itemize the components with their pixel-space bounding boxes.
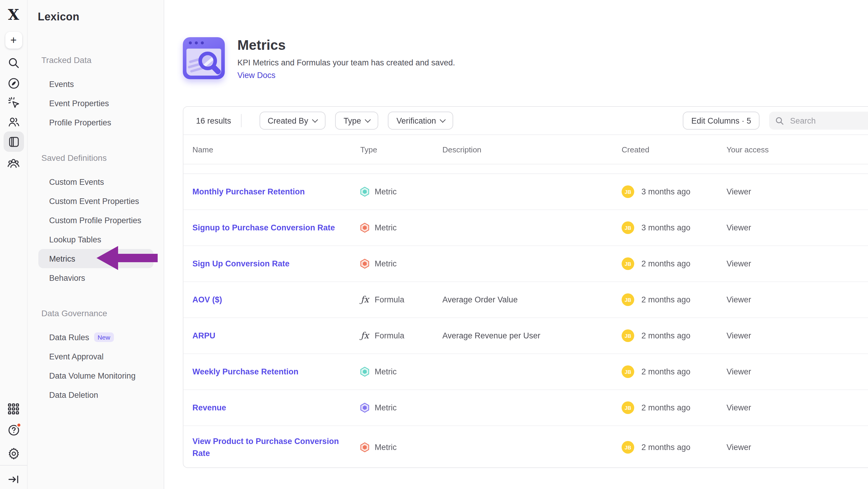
create-plus-button[interactable]: + [5, 32, 22, 49]
access-cell: Viewer [726, 295, 868, 304]
filter-dropdown-button[interactable]: Created By [259, 112, 326, 130]
help-icon[interactable] [3, 420, 24, 440]
chevron-down-icon [365, 116, 371, 122]
sidebar-nav-item[interactable]: Data Rules New [38, 327, 153, 347]
section-title: Tracked Data [41, 50, 164, 69]
type-label: Metric [375, 367, 397, 376]
nav-item-label: Events [49, 80, 74, 88]
page-header: Metrics KPI Metrics and Formulas your te… [183, 37, 455, 81]
sidebar-nav-item[interactable]: Profile Properties [38, 113, 153, 132]
section-title: Data Governance [41, 304, 164, 323]
sidebar-nav-item[interactable]: Custom Event Properties [38, 192, 153, 210]
created-cell: JB 2 months ago [622, 257, 726, 270]
access-cell: Viewer [726, 443, 868, 452]
filter-dropdown-button[interactable]: Type [335, 112, 378, 130]
settings-gear-icon[interactable] [3, 443, 24, 463]
table-row: AOV ($) ƒx Formula Average Order Value J… [183, 282, 868, 318]
table-body: Monthly Purchaser Retention ƒx Metric JB… [183, 174, 868, 468]
cohorts-icon[interactable] [3, 153, 24, 173]
mixpanel-logo-icon[interactable]: X [3, 5, 24, 25]
metric-name-link[interactable]: Monthly Purchaser Retention [192, 187, 305, 196]
metric-name-link[interactable]: Sign Up Conversion Rate [192, 259, 289, 268]
metric-name-link[interactable]: Signup to Purchase Conversion Rate [192, 223, 335, 232]
nav-item-label: Behaviors [49, 273, 85, 282]
description-cell: Average Order Value [442, 295, 622, 304]
created-cell: JB 3 months ago [622, 185, 726, 198]
table-row: Signup to Purchase Conversion Rate ƒx Me… [183, 210, 868, 246]
collapse-icon[interactable] [3, 469, 24, 489]
sidebar-nav-item[interactable]: Lookup Tables [38, 230, 153, 249]
created-cell: JB 2 months ago [622, 293, 726, 306]
sidebar-nav-item[interactable]: Data Deletion [38, 385, 153, 404]
sidebar-section-data-governance: Data Governance Data Rules New Event App… [28, 304, 164, 404]
filter-dropdown-button[interactable]: Verification [388, 112, 454, 130]
toolbar-divider [241, 114, 241, 127]
new-badge: New [94, 332, 114, 342]
search-icon[interactable] [3, 53, 24, 73]
nav-item-label: Lookup Tables [49, 235, 101, 244]
created-cell: JB 2 months ago [622, 329, 726, 342]
plus-icon: + [10, 34, 17, 47]
filter-label: Created By [268, 116, 308, 125]
access-cell: Viewer [726, 259, 868, 268]
sidebar-nav-item[interactable]: Custom Profile Properties [38, 210, 153, 230]
chevron-down-icon [312, 116, 318, 122]
sidebar-nav-item[interactable]: Custom Events [38, 172, 153, 192]
metric-name-link[interactable]: ARPU [192, 331, 216, 340]
type-cell: ƒx Metric [360, 367, 442, 377]
metric-name-link[interactable]: Weekly Purchase Retention [192, 367, 299, 376]
nav-item-label: Event Properties [49, 99, 109, 108]
created-time: 2 months ago [642, 295, 690, 304]
creator-avatar: JB [622, 401, 634, 414]
search-input[interactable] [789, 115, 868, 126]
metric-type-icon [360, 186, 369, 197]
lexicon-book-icon[interactable] [3, 132, 24, 152]
nav-item-label: Custom Events [49, 177, 104, 186]
metric-name-link[interactable]: View Product to Purchase Conversion Rate [192, 436, 339, 458]
sidebar-nav-item[interactable]: Event Approval [38, 347, 153, 366]
metric-type-icon [360, 223, 369, 233]
nav-item-label: Data Rules [49, 333, 89, 342]
created-time: 3 months ago [642, 223, 690, 232]
sidebar-nav-item[interactable]: Events [38, 75, 153, 94]
metric-type-icon [360, 403, 369, 413]
filter-label: Verification [397, 116, 436, 125]
users-icon[interactable] [3, 112, 24, 132]
edit-columns-button[interactable]: Edit Columns · 5 [683, 112, 760, 130]
icon-rail: X + [0, 0, 28, 489]
table-row: View Product to Purchase Conversion Rate… [183, 426, 868, 468]
formula-icon: ƒx [360, 332, 369, 340]
access-cell: Viewer [726, 331, 868, 340]
sidebar-nav-item[interactable]: Event Properties [38, 94, 153, 113]
discover-compass-icon[interactable] [3, 73, 24, 94]
metric-type-icon [360, 367, 369, 377]
type-cell: ƒx Metric [360, 403, 442, 413]
nav-item-label: Custom Event Properties [49, 197, 139, 205]
metrics-page-icon [183, 37, 225, 79]
creator-avatar: JB [622, 365, 634, 378]
sidebar-nav-item[interactable]: Metrics [38, 249, 153, 268]
column-header: Description [442, 145, 622, 154]
events-click-icon[interactable] [3, 92, 24, 113]
apps-grid-icon[interactable] [3, 398, 24, 419]
access-cell: Viewer [726, 187, 868, 196]
sidebar-nav-item[interactable]: Behaviors [38, 268, 153, 287]
access-cell: Viewer [726, 367, 868, 376]
table-row: ARPU ƒx Formula Average Revenue per User… [183, 318, 868, 354]
search-box[interactable] [769, 112, 868, 130]
page-subtitle: KPI Metrics and Formulas your team has c… [237, 58, 455, 68]
type-label: Metric [375, 223, 397, 232]
created-time: 2 months ago [642, 367, 690, 376]
type-label: Metric [375, 403, 397, 412]
sidebar-nav-item[interactable]: Data Volume Monitoring [38, 366, 153, 385]
sidebar-title: Lexicon [38, 8, 164, 25]
nav-item-label: Event Approval [49, 352, 104, 361]
type-label: Metric [375, 443, 397, 452]
view-docs-link[interactable]: View Docs [237, 70, 275, 81]
metric-type-icon [360, 442, 369, 452]
metric-name-link[interactable]: AOV ($) [192, 295, 222, 304]
metric-name-link[interactable]: Revenue [192, 403, 226, 412]
formula-icon: ƒx [360, 295, 369, 304]
search-icon [775, 116, 784, 125]
nav-item-label: Custom Profile Properties [49, 216, 142, 225]
